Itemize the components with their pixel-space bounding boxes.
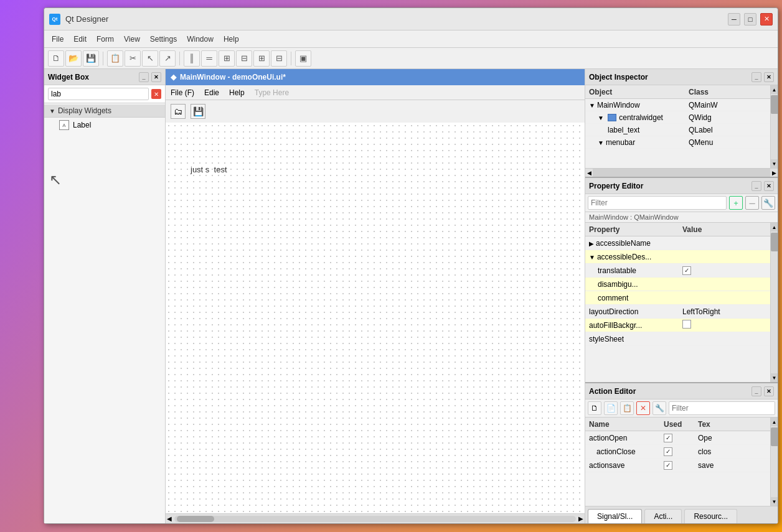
prop-row-comment[interactable]: comment [585, 291, 770, 305]
scroll-right-btn[interactable]: ▶ [578, 515, 583, 522]
property-filter-input[interactable] [588, 196, 727, 210]
toolbar-layout6[interactable]: ⊟ [271, 50, 287, 67]
form-menu-file[interactable]: File (F) [171, 88, 194, 97]
widget-group-display-header[interactable]: ▼ Display Widgets [44, 105, 165, 118]
action-row-open[interactable]: actionOpen Ope [585, 431, 770, 445]
widget-search-clear[interactable]: ✕ [151, 89, 161, 99]
actioneditor-close-btn[interactable]: ✕ [764, 386, 774, 396]
prop-expand-icon: ▶ [589, 240, 594, 247]
form-scrollbar-h[interactable]: ◀ ▶ [166, 513, 585, 523]
autofill-checkbox[interactable] [682, 320, 691, 329]
form-menu-typehere[interactable]: Type Here [255, 88, 289, 97]
inspector-hscroll-left[interactable]: ◀ [585, 169, 593, 177]
menu-help[interactable]: Help [219, 33, 244, 45]
widget-search-input[interactable] [48, 88, 149, 100]
action-filter-input[interactable] [669, 401, 775, 415]
action-copy-btn[interactable]: 📄 [604, 401, 618, 415]
menu-form[interactable]: Form [92, 33, 119, 45]
form-canvas[interactable]: just s test [166, 123, 585, 513]
tab-signal-slot[interactable]: Signal/Sl... [588, 509, 642, 523]
action-scroll-thumb[interactable] [771, 427, 778, 446]
widget-box-close[interactable]: ✕ [151, 72, 161, 82]
property-settings-btn[interactable]: 🔧 [761, 196, 775, 210]
menu-settings[interactable]: Settings [145, 33, 182, 45]
prop-row-disambigu[interactable]: disambigu... [585, 278, 770, 291]
toolbar-layout1[interactable]: ║ [184, 50, 200, 67]
toolbar-layout4[interactable]: ⊟ [236, 50, 252, 67]
menu-view[interactable]: View [119, 33, 145, 45]
prop-row-accessibledes[interactable]: ▼accessibleDes... [585, 250, 770, 264]
tab-resource[interactable]: Resourc... [684, 509, 737, 523]
action-row-save[interactable]: actionsave save [585, 459, 770, 472]
inspector-hscroll-right[interactable]: ▶ [770, 169, 778, 177]
toolbar-layout3[interactable]: ⊞ [219, 50, 235, 67]
widget-box-float[interactable]: _ [139, 72, 149, 82]
property-scroll-up[interactable]: ▲ [771, 223, 778, 231]
inspector-scroll-thumb[interactable] [771, 95, 778, 114]
close-button[interactable]: ✕ [760, 13, 773, 26]
menu-file[interactable]: File [47, 33, 68, 45]
property-scroll-down[interactable]: ▼ [771, 373, 778, 382]
inspector-row-menubar[interactable]: ▼menubar QMenu [585, 136, 770, 149]
tab-action[interactable]: Acti... [644, 509, 682, 523]
action-delete-btn[interactable]: ✕ [636, 401, 650, 415]
maximize-button[interactable]: □ [744, 13, 756, 26]
toolbar-copy[interactable]: 📋 [107, 50, 123, 67]
toolbar-preview[interactable]: ▣ [295, 50, 311, 67]
scrollbar-thumb-h[interactable] [177, 516, 214, 522]
propeditor-float-btn[interactable]: _ [751, 181, 761, 191]
form-toolbar-folder[interactable]: 🗂 [171, 104, 186, 119]
menu-edit[interactable]: Edit [68, 33, 92, 45]
inspector-row-mainwindow[interactable]: ▼MainWindow QMainW [585, 99, 770, 111]
propeditor-close-btn[interactable]: ✕ [764, 181, 774, 191]
property-vscrollbar[interactable]: ▲ ▼ [770, 223, 778, 382]
property-editor-title: Property Editor [589, 182, 643, 190]
action-paste-btn[interactable]: 📋 [620, 401, 634, 415]
form-menu-help[interactable]: Help [229, 88, 245, 97]
form-menu-edie[interactable]: Edie [204, 88, 219, 97]
toolbar-pointer[interactable]: ↗ [159, 50, 176, 67]
inspector-hscroll[interactable]: ◀ ▶ [585, 168, 778, 177]
prop-row-stylesheet[interactable]: styleSheet [585, 332, 770, 346]
widget-item-label[interactable]: A Label [44, 118, 165, 133]
inspector-scroll-up[interactable]: ▲ [771, 85, 778, 94]
prop-row-autofill[interactable]: autoFillBackgr... [585, 319, 770, 332]
action-vscrollbar[interactable]: ▲ ▼ [770, 418, 778, 506]
inspector-row-labeltext[interactable]: label_text QLabel [585, 124, 770, 136]
inspector-vscrollbar[interactable]: ▲ ▼ [770, 85, 778, 168]
actionsave-used-checkbox[interactable] [664, 461, 672, 470]
actionclose-used-checkbox[interactable] [664, 447, 672, 456]
scroll-left-btn[interactable]: ◀ [167, 515, 172, 522]
form-toolbar-save[interactable]: 💾 [191, 104, 205, 119]
toolbar-cut[interactable]: ✂ [125, 50, 141, 67]
action-new-btn[interactable]: 🗋 [588, 401, 601, 415]
prop-row-layoutdirection[interactable]: layoutDirection LeftToRight [585, 305, 770, 319]
property-add-btn[interactable]: + [729, 196, 743, 210]
toolbar-layout2[interactable]: ═ [201, 50, 217, 67]
action-settings-btn[interactable]: 🔧 [652, 401, 666, 415]
property-scroll-thumb[interactable] [771, 233, 778, 251]
inspector-float-btn[interactable]: _ [751, 72, 761, 82]
actionopen-used-checkbox[interactable] [664, 434, 672, 442]
toolbar-save[interactable]: 💾 [83, 50, 99, 67]
action-scroll-up[interactable]: ▲ [771, 418, 778, 426]
toolbar-new[interactable]: 🗋 [48, 50, 64, 67]
inspector-scroll-down[interactable]: ▼ [771, 159, 778, 168]
prop-name-comment: comment [585, 294, 679, 302]
actioneditor-float-btn[interactable]: _ [751, 386, 761, 396]
action-row-close[interactable]: actionClose clos [585, 445, 770, 459]
menu-window[interactable]: Window [182, 33, 219, 45]
property-remove-btn[interactable]: ─ [745, 196, 759, 210]
inspector-row-centralwidget[interactable]: ▼ centralwidget QWidg [585, 111, 770, 124]
translatable-checkbox[interactable] [682, 266, 691, 275]
prop-row-translatable[interactable]: translatable [585, 264, 770, 278]
toolbar-layout5[interactable]: ⊞ [253, 50, 270, 67]
widget-group-display: ▼ Display Widgets A Label [44, 103, 165, 134]
inspector-close-btn[interactable]: ✕ [764, 72, 774, 82]
toolbar-open[interactable]: 📂 [65, 50, 82, 67]
toolbar-select[interactable]: ↖ [142, 50, 158, 67]
minimize-button[interactable]: ─ [728, 13, 740, 26]
action-scroll-down[interactable]: ▼ [771, 497, 778, 506]
action-table-container: Name Used Tex actionOpen Ope ac [585, 418, 778, 506]
prop-row-accessiblename[interactable]: ▶accessibleName [585, 236, 770, 250]
